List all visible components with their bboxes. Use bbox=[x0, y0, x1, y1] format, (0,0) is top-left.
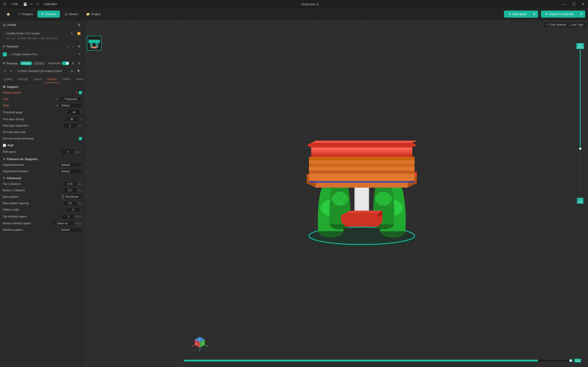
file-menu[interactable]: ≡ File bbox=[9, 2, 20, 7]
top-interface-spinner[interactable]: ▲ ▼ bbox=[59, 214, 74, 219]
support-raft-base-dropdown[interactable]: Default bbox=[59, 163, 82, 167]
top-interface-down[interactable]: ▼ bbox=[60, 217, 63, 219]
top-interface-up[interactable]: ▲ bbox=[60, 214, 63, 217]
filament-item: 1 ⌄ Creality Generic PLA ✎ bbox=[0, 51, 85, 59]
value-pattern-angle: 0 ° bbox=[66, 207, 82, 212]
printer-settings-button[interactable]: ⚙ bbox=[76, 22, 82, 27]
prepare-button[interactable]: ⬡ Prepare bbox=[15, 10, 36, 18]
scale-bar bbox=[580, 50, 581, 146]
type-dropdown[interactable]: ⌄ Tree(auto) bbox=[59, 97, 82, 101]
raft-up[interactable]: ▲ bbox=[60, 149, 63, 152]
first-layer-density-box[interactable]: 90 bbox=[65, 117, 79, 122]
progress-bar-bg[interactable] bbox=[184, 360, 569, 361]
printer-wifi-button[interactable]: 📶 bbox=[76, 31, 82, 36]
interface-pattern-dropdown[interactable]: Default bbox=[59, 227, 82, 232]
first-layer-expansion-box[interactable]: 2 bbox=[63, 123, 77, 128]
project-button[interactable]: 📁 Project bbox=[82, 10, 104, 18]
remove-overhangs-checkbox[interactable]: ✓ bbox=[79, 137, 82, 140]
type-reset[interactable]: ↺ bbox=[56, 98, 58, 101]
slice-label: Slice plate bbox=[512, 12, 526, 16]
support-raft-interface-dropdown[interactable]: Default bbox=[59, 169, 82, 174]
row-remove-small-overhangs: Remove small overhangs ✓ bbox=[0, 135, 85, 142]
bed-type-value: Smooth PEI Plate / High Temp Plate bbox=[17, 37, 58, 40]
first-layer-expansion-unit: mm bbox=[78, 124, 82, 127]
process-copy2-button[interactable]: ⧉ bbox=[69, 69, 74, 74]
filament-header: ⚙ Filament + − ⚙ bbox=[0, 42, 85, 51]
tab-support[interactable]: Support bbox=[44, 76, 60, 83]
export-dropdown-button[interactable]: ▼ bbox=[578, 10, 585, 18]
style-dropdown[interactable]: Default bbox=[59, 103, 82, 108]
tab-quality[interactable]: Quality bbox=[1, 76, 15, 83]
menu-icon[interactable]: ☰ bbox=[2, 1, 8, 7]
threshold-up[interactable]: ▲ bbox=[65, 110, 69, 112]
threshold-angle-spinner[interactable]: ▲ ▼ bbox=[65, 110, 80, 115]
label-on-build-plate: On build plate only bbox=[3, 131, 79, 134]
pattern-angle-box[interactable]: 0 bbox=[66, 207, 80, 212]
process-undo-icon[interactable]: ↺ bbox=[3, 69, 8, 74]
undo-icon[interactable]: ↩ bbox=[29, 1, 35, 7]
close-button[interactable]: ✕ bbox=[580, 1, 586, 7]
threshold-down[interactable]: ▼ bbox=[65, 112, 69, 115]
export-button[interactable]: ▼ Export G-code file bbox=[541, 10, 578, 18]
save-icon[interactable]: 💾 bbox=[22, 1, 28, 7]
bottom-z-box[interactable]: 0.2 bbox=[63, 188, 77, 193]
tab-strength[interactable]: Strength bbox=[15, 76, 31, 83]
base-pattern-spacing-unit: mm bbox=[78, 202, 82, 205]
home-button[interactable]: 🏠 bbox=[3, 10, 14, 18]
top-interface-input[interactable] bbox=[63, 215, 74, 219]
calibration-menu[interactable]: Calibration bbox=[42, 2, 60, 7]
style-reset[interactable]: ↺ bbox=[56, 104, 58, 107]
tab-others[interactable]: Others bbox=[60, 76, 73, 83]
bottom-interface-dropdown[interactable]: ⌄ Same as bbox=[52, 221, 74, 226]
filament-edit-button[interactable]: ✎ bbox=[77, 52, 82, 57]
label-base-pattern-spacing: Base pattern spacing bbox=[3, 202, 63, 205]
printer-edit-button[interactable]: ✎ bbox=[69, 31, 74, 36]
progress-handle[interactable] bbox=[569, 359, 572, 362]
threshold-input[interactable] bbox=[69, 110, 80, 115]
filament-settings-button[interactable]: ⚙ bbox=[76, 44, 82, 49]
raft-down[interactable]: ▼ bbox=[60, 152, 63, 154]
raft-input[interactable] bbox=[63, 150, 74, 154]
enable-support-reset[interactable]: ↺ bbox=[76, 91, 78, 94]
thumbnail-1[interactable]: 1 bbox=[87, 36, 102, 50]
filament-remove-button[interactable]: − bbox=[71, 44, 75, 49]
filament-add-button[interactable]: + bbox=[66, 44, 69, 49]
slice-button[interactable]: ▼ Slice plate bbox=[504, 10, 530, 18]
redo-icon[interactable]: ↪ bbox=[35, 1, 40, 7]
thumbnail-preview: 1 bbox=[87, 36, 101, 50]
preview-button[interactable]: 👁 Preview bbox=[37, 10, 60, 18]
label-style: Style bbox=[3, 104, 56, 107]
row-style: Style ↺ Default bbox=[0, 102, 85, 109]
enable-support-checkbox[interactable]: ✓ bbox=[79, 91, 82, 94]
scale-dot[interactable] bbox=[579, 147, 582, 150]
top-z-box[interactable]: 0.15 bbox=[63, 182, 77, 186]
tab-notes[interactable]: Notes bbox=[73, 76, 85, 83]
device-button[interactable]: 🖨 Device bbox=[61, 10, 82, 18]
process-settings-button[interactable]: ⚙ bbox=[77, 61, 82, 66]
value-base-pattern: Rectilinear bbox=[59, 194, 82, 199]
process-redo-icon[interactable]: ↻ bbox=[9, 69, 14, 74]
tab-objects[interactable]: Objects bbox=[33, 61, 46, 65]
base-pattern-spacing-box[interactable]: 0.2 bbox=[63, 201, 77, 206]
maximize-button[interactable]: ❐ bbox=[570, 1, 577, 7]
row-top-interface-layers: Top interface layers ▲ ▼ layers bbox=[0, 213, 85, 220]
base-pattern-dropdown[interactable]: Rectilinear bbox=[59, 194, 82, 199]
device-label: Device bbox=[69, 12, 78, 16]
process-search-button[interactable]: 🔍 bbox=[76, 69, 82, 74]
on-build-plate-checkbox[interactable] bbox=[79, 131, 82, 134]
label-base-pattern: Base pattern bbox=[3, 195, 59, 198]
raft-layers-spinner[interactable]: ▲ ▼ bbox=[59, 149, 74, 154]
prepare-label: Prepare bbox=[22, 12, 33, 16]
slice-dropdown-button[interactable]: ▼ bbox=[530, 10, 538, 18]
tab-speed[interactable]: Speed bbox=[31, 76, 44, 83]
viewport[interactable]: 1 ≈ Color scheme ⌄ Line Type bbox=[85, 20, 588, 367]
threshold-arrows: ▲ ▼ bbox=[65, 110, 69, 115]
tab-global[interactable]: Global bbox=[20, 61, 32, 65]
value-enable-support: ↺ ✓ bbox=[76, 91, 82, 94]
color-scheme-bar[interactable]: ≈ Color scheme ⌄ Line Type bbox=[544, 22, 586, 27]
minimize-button[interactable]: — bbox=[561, 1, 568, 7]
support-raft-interface-value: Default bbox=[61, 170, 70, 173]
base-pattern-value: Rectilinear bbox=[66, 195, 79, 198]
advanced-toggle-switch[interactable] bbox=[62, 61, 69, 65]
process-copy-button[interactable]: ⧉ bbox=[70, 61, 75, 66]
